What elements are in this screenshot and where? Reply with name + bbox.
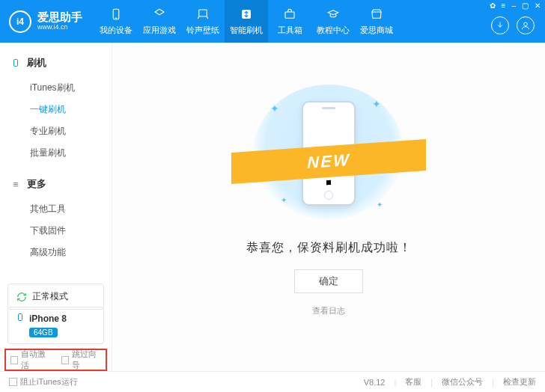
logo: i4 爱思助手 www.i4.cn	[0, 10, 91, 33]
main-content: ✦ ✦ ✦ ✦ NEW 恭喜您，保资料刷机成功啦！ 确定 查看日志	[112, 43, 545, 371]
nav-label: 铃声壁纸	[186, 25, 219, 36]
svg-rect-6	[14, 60, 18, 67]
version-label: V8.12	[364, 378, 386, 387]
sidebar-item-other-tools[interactable]: 其他工具	[0, 198, 112, 220]
tray-a[interactable]: ✿	[490, 1, 496, 10]
nav-my-device[interactable]: 我的设备	[94, 0, 138, 43]
block-itunes-label: 阻止iTunes运行	[20, 376, 78, 388]
nav-label: 爱思商城	[360, 25, 393, 36]
mode-status: 正常模式	[7, 284, 104, 310]
device-icon	[16, 312, 25, 325]
nav-label: 工具箱	[278, 25, 302, 36]
user-button[interactable]	[517, 16, 535, 34]
svg-rect-2	[199, 10, 207, 16]
sparkle-icon: ✦	[281, 196, 287, 204]
checkbox-icon	[61, 356, 69, 364]
app-title: 爱思助手	[37, 11, 82, 24]
nav-label: 教程中心	[317, 25, 350, 36]
view-log-link[interactable]: 查看日志	[312, 305, 345, 316]
logo-icon: i4	[9, 10, 31, 33]
ribbon-text: NEW	[307, 150, 350, 173]
more-icon: ≡	[10, 179, 21, 190]
tray-minimize-icon[interactable]: –	[511, 1, 516, 10]
block-itunes-checkbox[interactable]: 阻止iTunes运行	[9, 376, 78, 388]
music-icon	[195, 7, 210, 22]
svg-rect-4	[285, 12, 294, 18]
group-title-label: 更多	[27, 177, 46, 191]
toolbox-icon	[282, 7, 297, 22]
device-name: iPhone 8	[29, 313, 67, 324]
app-url: www.i4.cn	[37, 24, 82, 31]
success-illustration: ✦ ✦ ✦ ✦ NEW	[254, 85, 404, 219]
sidebar-item-batch-flash[interactable]: 批量刷机	[0, 142, 112, 164]
group-title-label: 刷机	[27, 56, 46, 70]
nav-toolbox[interactable]: 工具箱	[268, 0, 311, 43]
nav-tutorials[interactable]: 教程中心	[311, 0, 355, 43]
nav-store[interactable]: 爱思商城	[355, 0, 398, 43]
capacity-badge: 64GB	[29, 328, 58, 337]
sparkle-icon: ✦	[270, 102, 279, 114]
status-bar: 阻止iTunes运行 V8.12 | 客服 | 微信公众号 | 检查更新	[0, 371, 545, 392]
refresh-icon	[16, 291, 28, 303]
phone-icon	[109, 7, 124, 22]
nav-label: 我的设备	[100, 25, 133, 36]
graduation-icon	[326, 7, 341, 22]
svg-point-5	[524, 22, 528, 26]
phone-small-icon	[10, 58, 21, 68]
sidebar-item-pro-flash[interactable]: 专业刷机	[0, 120, 112, 142]
store-icon	[369, 7, 384, 22]
sidebar-item-itunes-flash[interactable]: iTunes刷机	[0, 77, 112, 99]
sidebar-item-oneclick-flash[interactable]: 一键刷机	[0, 99, 112, 120]
wechat-link[interactable]: 微信公众号	[442, 376, 483, 388]
app-header: i4 爱思助手 www.i4.cn 我的设备 应用游戏 铃声壁纸 智能刷机 工具…	[0, 0, 545, 43]
auto-activate-label: 自动激活	[21, 349, 50, 371]
success-message: 恭喜您，保资料刷机成功啦！	[246, 240, 412, 256]
nav-flash[interactable]: 智能刷机	[225, 0, 268, 43]
nav-label: 应用游戏	[143, 25, 176, 36]
checkbox-icon	[9, 378, 17, 386]
header-right	[491, 16, 535, 34]
update-link[interactable]: 检查更新	[503, 376, 536, 388]
sidebar-group-more: ≡ 更多	[0, 174, 112, 194]
options-row: 自动激活 跳过向导	[4, 349, 107, 371]
top-nav: 我的设备 应用游戏 铃声壁纸 智能刷机 工具箱 教程中心 爱思商城	[94, 0, 398, 43]
tray-close-icon[interactable]: ✕	[535, 1, 541, 10]
sidebar-group-flash: 刷机	[0, 53, 112, 73]
skip-wizard-checkbox[interactable]: 跳过向导	[61, 349, 102, 371]
system-tray: ✿ ≡ – ▢ ✕	[490, 1, 541, 10]
sidebar: 刷机 iTunes刷机 一键刷机 专业刷机 批量刷机 ≡ 更多 其他工具 下载固…	[0, 43, 112, 371]
sidebar-item-download-firmware[interactable]: 下载固件	[0, 220, 112, 242]
nav-ringtones[interactable]: 铃声壁纸	[181, 0, 225, 43]
ok-button[interactable]: 确定	[294, 269, 363, 293]
checkbox-icon	[10, 356, 18, 364]
mode-label: 正常模式	[32, 290, 68, 303]
nav-apps[interactable]: 应用游戏	[138, 0, 181, 43]
device-info: iPhone 8 64GB	[7, 307, 104, 344]
svg-rect-7	[19, 314, 22, 321]
support-link[interactable]: 客服	[405, 376, 421, 388]
flash-icon	[239, 7, 254, 22]
sparkle-icon: ✦	[377, 200, 383, 209]
tray-maximize-icon[interactable]: ▢	[522, 1, 529, 10]
download-button[interactable]	[491, 16, 509, 34]
nav-label: 智能刷机	[230, 25, 263, 36]
tray-menu-icon[interactable]: ≡	[502, 1, 506, 10]
auto-activate-checkbox[interactable]: 自动激活	[10, 349, 51, 371]
skip-wizard-label: 跳过向导	[72, 349, 101, 371]
apps-icon	[152, 7, 167, 22]
sparkle-icon: ✦	[372, 98, 381, 110]
sidebar-item-advanced[interactable]: 高级功能	[0, 242, 112, 263]
